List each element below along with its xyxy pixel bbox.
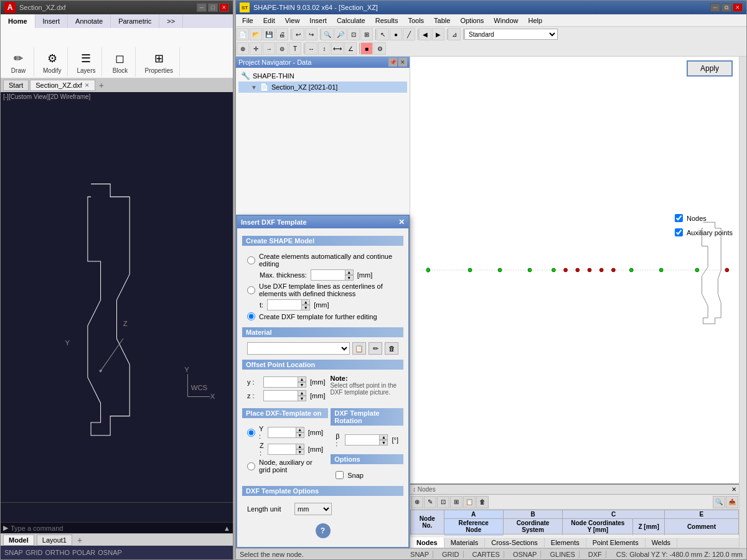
tool-node[interactable]: ●: [390, 28, 402, 40]
nodes-table-container[interactable]: NodeNo. A B C E ReferenceNode Coordinate…: [410, 510, 739, 536]
spinner-down-max[interactable]: ▼: [345, 275, 354, 281]
tool-new[interactable]: 📄: [237, 28, 249, 40]
bp-tool-export[interactable]: 📤: [726, 496, 738, 508]
drawing-area[interactable]: Y Z WCS X Y: [1, 111, 233, 502]
tool-zoom-out[interactable]: 🔎: [334, 28, 347, 40]
nodes-close-icon[interactable]: ✕: [731, 486, 736, 493]
bp-tool-2[interactable]: ✎: [424, 496, 436, 508]
bp-tool-5[interactable]: 📋: [463, 496, 476, 508]
pn-pin-button[interactable]: 📌: [388, 58, 397, 67]
radio-place-y[interactable]: [247, 429, 255, 437]
t-input[interactable]: [267, 299, 301, 310]
tab-start[interactable]: Start: [3, 80, 29, 91]
offset-y-input[interactable]: -82.4: [263, 376, 298, 388]
tab-close-icon[interactable]: ✕: [85, 82, 90, 88]
spinner-down-py[interactable]: ▼: [296, 432, 304, 438]
tool-zoom-select[interactable]: ⊞: [360, 28, 373, 40]
spinner-up-py[interactable]: ▲: [296, 427, 304, 432]
spinner-down-oz[interactable]: ▼: [298, 396, 306, 401]
dxf-status[interactable]: DXF: [585, 551, 606, 558]
tab-annotate[interactable]: Annotate: [68, 14, 111, 28]
tab-home[interactable]: Home: [1, 14, 35, 28]
scroll-up-icon[interactable]: ▲: [223, 525, 230, 532]
place-z-input[interactable]: 0.0: [268, 444, 296, 455]
pn-close-button[interactable]: ✕: [398, 58, 407, 67]
tab-nodes[interactable]: Nodes: [410, 538, 444, 548]
spinner-down-beta[interactable]: ▼: [379, 440, 388, 446]
tool-redo[interactable]: ↪: [305, 28, 317, 40]
snap-checkbox[interactable]: [336, 471, 344, 479]
spinner-down-t[interactable]: ▼: [301, 305, 310, 310]
glines-status[interactable]: GLINES: [546, 551, 579, 558]
model-tab[interactable]: Model: [3, 534, 34, 546]
osnap-status[interactable]: OSNAP: [509, 551, 542, 558]
ortho-toggle[interactable]: ORTHO: [45, 549, 70, 556]
spinner-up-pz[interactable]: ▲: [296, 444, 304, 449]
view-dropdown[interactable]: Standard: [464, 29, 558, 40]
menu-window[interactable]: Window: [489, 16, 523, 26]
material-edit-button[interactable]: ✏: [369, 342, 382, 355]
tool-save[interactable]: 💾: [263, 28, 275, 40]
tool-zoom-fit[interactable]: ⊡: [347, 28, 360, 40]
tab-insert[interactable]: Insert: [35, 14, 68, 28]
tool-snap-node[interactable]: ⊚: [276, 42, 288, 55]
st-minimize-button[interactable]: ─: [710, 3, 720, 12]
tool-undo[interactable]: ↩: [292, 28, 304, 40]
menu-calculate[interactable]: Calculate: [332, 16, 370, 26]
place-y-input[interactable]: 0.0: [268, 427, 296, 438]
tab-welds[interactable]: Welds: [646, 538, 677, 548]
vertical-scrollbar[interactable]: [739, 57, 746, 548]
offset-z-input[interactable]: 0.0: [263, 390, 298, 401]
tool-dim-h[interactable]: ↔: [305, 42, 317, 55]
menu-view[interactable]: View: [280, 16, 305, 26]
spinner-up-t[interactable]: ▲: [301, 299, 310, 305]
spinner-down-oy[interactable]: ▼: [298, 382, 306, 388]
tool-dim-d[interactable]: ⟷: [331, 42, 344, 55]
tool-select[interactable]: ↖: [377, 28, 389, 40]
tool-line[interactable]: ╱: [403, 28, 415, 40]
aux-points-checkbox[interactable]: [675, 228, 683, 236]
osnap-toggle[interactable]: OSNAP: [98, 549, 122, 556]
grid-status[interactable]: GRID: [438, 551, 464, 558]
tab-parametric[interactable]: Parametric: [111, 14, 159, 28]
menu-insert[interactable]: Insert: [304, 16, 332, 26]
tool-move[interactable]: ✛: [250, 42, 262, 55]
tool-prev[interactable]: ◀: [419, 28, 431, 40]
nodes-checkbox[interactable]: [675, 214, 683, 222]
maximize-button[interactable]: □: [208, 3, 218, 12]
tool-3d[interactable]: ⊿: [448, 28, 461, 40]
beta-input[interactable]: 0.00: [345, 434, 379, 446]
dialog-close-button[interactable]: ✕: [398, 218, 405, 226]
tool-dim-v[interactable]: ↕: [318, 42, 331, 55]
tab-cross-sections[interactable]: Cross-Sections: [485, 538, 545, 548]
bp-tool-1[interactable]: ⊕: [411, 496, 423, 508]
pn-item-section[interactable]: ▼ 📄 Section_XZ [2021-01]: [238, 82, 407, 93]
layout1-tab[interactable]: Layout1: [37, 534, 72, 546]
menu-help[interactable]: Help: [523, 16, 547, 26]
snap-toggle[interactable]: SNAP: [4, 549, 23, 556]
menu-results[interactable]: Results: [370, 16, 403, 26]
spinner-up-oz[interactable]: ▲: [298, 390, 306, 396]
spinner-up-beta[interactable]: ▲: [379, 434, 388, 440]
properties-button[interactable]: ⊞ Properties: [142, 49, 176, 75]
close-button[interactable]: ✕: [219, 3, 229, 12]
tool-dim-a[interactable]: ∠: [344, 42, 357, 55]
tab-point-elements[interactable]: Point Elements: [586, 538, 646, 548]
radio-auto-create[interactable]: [247, 256, 255, 264]
tool-zoom-in[interactable]: 🔍: [321, 28, 334, 40]
radio-node[interactable]: [247, 462, 255, 470]
tool-next[interactable]: ▶: [432, 28, 444, 40]
length-unit-select[interactable]: mm cm m in ft: [294, 503, 332, 515]
viewport[interactable]: [-][Custom View][2D Wireframe] Y Z WCS X…: [1, 92, 233, 502]
spinner-up-max[interactable]: ▲: [345, 269, 354, 275]
st-viewport-canvas[interactable]: Apply Nodes Auxiliary points: [410, 57, 739, 483]
menu-edit[interactable]: Edit: [258, 16, 280, 26]
layers-button[interactable]: ☰ Layers: [74, 49, 98, 75]
menu-file[interactable]: File: [237, 16, 258, 26]
tab-more[interactable]: >>: [159, 14, 183, 28]
radio-further-editing[interactable]: [247, 312, 255, 320]
menu-table[interactable]: Table: [429, 16, 455, 26]
st-restore-button[interactable]: ⧉: [721, 3, 731, 12]
material-browse-button[interactable]: 📋: [352, 342, 366, 355]
spinner-down-pz[interactable]: ▼: [296, 449, 304, 455]
